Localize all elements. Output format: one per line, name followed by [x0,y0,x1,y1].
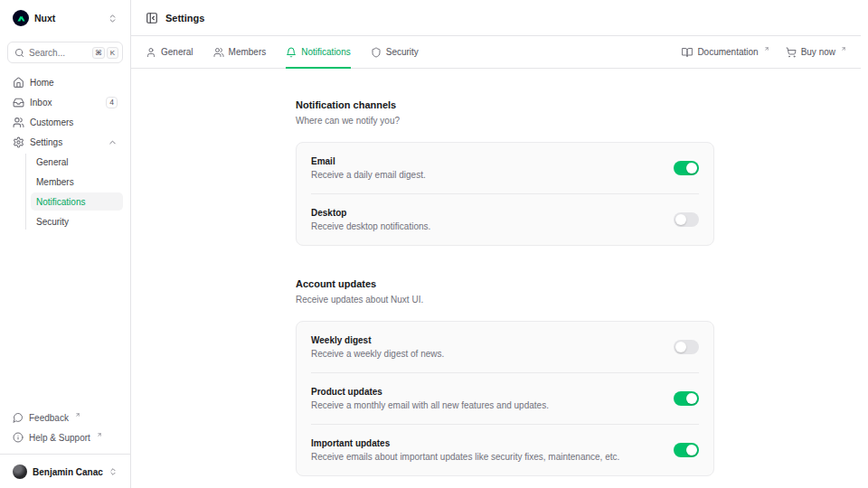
tab-general[interactable]: General [146,36,193,68]
section-title: Notification channels [296,99,714,110]
toggle-knob [675,214,686,225]
tab-label: Security [386,47,419,57]
tab-members[interactable]: Members [213,36,267,68]
toggle-knob [686,445,697,455]
users-icon [213,47,224,58]
settings-card: Weekly digest Receive a weekly digest of… [296,321,714,476]
buy-now-link[interactable]: Buy now [786,46,846,58]
toggle-knob [686,393,697,404]
search-input[interactable]: Search... ⌘ K [7,42,123,63]
section-title: Account updates [296,278,714,289]
search-icon [14,48,24,58]
sidebar-item-label: Members [36,177,74,187]
sidebar-item-label: Customers [30,117,73,127]
setting-row-email: Email Receive a daily email digest. [311,143,699,193]
sidebar-item-inbox[interactable]: Inbox 4 [7,93,123,111]
chevrons-up-down-icon [108,467,118,476]
product-updates-toggle[interactable] [674,391,699,406]
user-menu[interactable]: Benjamin Canac [7,457,123,486]
setting-row-important-updates: Important updates Receive emails about i… [311,424,699,475]
section-subtitle: Where can we notify you? [296,116,714,126]
tab-label: Notifications [301,47,350,57]
setting-title: Important updates [311,438,656,448]
user-icon [146,47,156,58]
important-updates-toggle[interactable] [674,443,699,457]
section-subtitle: Receive updates about Nuxt UI. [296,295,714,305]
sidebar-item-settings[interactable]: Settings [7,133,123,151]
setting-title: Product updates [311,387,656,397]
chevrons-up-down-icon[interactable] [108,14,118,23]
bell-icon [286,47,297,58]
setting-description: Receive a weekly digest of news. [311,349,656,359]
sidebar-footer: Feedback Help & Support [7,408,123,448]
section-notification-channels: Notification channels Where can we notif… [296,99,714,246]
nuxt-logo-icon [13,10,29,26]
arrow-up-right-icon [764,46,769,52]
setting-description: Receive desktop notifications. [311,221,656,231]
arrow-up-right-icon [841,46,846,52]
documentation-link[interactable]: Documentation [682,46,769,58]
setting-row-desktop: Desktop Receive desktop notifications. [311,193,699,245]
sidebar-item-label: Help & Support [29,433,90,443]
sidebar-item-general[interactable]: General [31,153,123,171]
message-circle-icon [13,412,24,423]
settings-card: Email Receive a daily email digest. Desk… [296,142,714,246]
workspace-switcher[interactable]: Nuxt [13,10,55,26]
inbox-count-badge: 4 [106,97,118,108]
link-label: Buy now [801,47,835,57]
workspace-name: Nuxt [34,13,55,23]
settings-subtree: General Members Notifications Security [7,153,123,230]
kbd-cmd: ⌘ [92,47,105,59]
app: Nuxt Search... ⌘ K Home [0,0,868,488]
toggle-knob [686,163,697,174]
sidebar-nav: Home Inbox 4 Customers Settings [7,73,123,232]
sidebar-item-label: Home [30,78,54,88]
sidebar-item-label: General [36,157,69,167]
arrow-up-right-icon [97,432,102,437]
gear-icon [13,136,24,148]
page-title: Settings [165,13,204,23]
email-toggle[interactable] [674,161,699,175]
setting-description: Receive a monthly email with all new fea… [311,400,656,410]
sidebar-item-help-support[interactable]: Help & Support [7,428,123,446]
sidebar-item-security[interactable]: Security [31,212,123,230]
info-circle-icon [13,432,24,443]
desktop-toggle[interactable] [674,212,699,227]
sidebar-item-members[interactable]: Members [31,173,123,191]
tab-notifications[interactable]: Notifications [286,36,350,68]
header-links: Documentation Buy now [682,46,846,58]
arrow-up-right-icon [75,412,80,418]
settings-content: Notification channels Where can we notif… [131,69,861,488]
sidebar-item-customers[interactable]: Customers [7,113,123,131]
panel-left-close-icon[interactable] [146,12,158,24]
avatar [13,465,27,479]
sidebar-item-label: Settings [30,137,62,147]
inbox-icon [13,97,24,108]
user-name: Benjamin Canac [33,467,103,477]
shopping-cart-icon [786,47,797,58]
tab-label: Members [229,47,267,57]
tab-label: General [161,47,193,57]
sidebar-item-notifications[interactable]: Notifications [31,192,123,211]
setting-row-product-updates: Product updates Receive a monthly email … [311,372,699,424]
sidebar-item-label: Feedback [29,413,69,423]
setting-row-weekly-digest: Weekly digest Receive a weekly digest of… [311,322,699,372]
tabbar: General Members Notifications Security [131,36,861,69]
weekly-digest-toggle[interactable] [674,340,699,354]
setting-description: Receive emails about important updates l… [311,452,656,462]
link-label: Documentation [697,47,758,57]
workspace-header: Nuxt [7,0,123,36]
sidebar-spacer [7,232,123,408]
sidebar-divider [0,454,130,455]
book-open-icon [682,47,693,58]
setting-title: Email [311,156,656,166]
section-account-updates: Account updates Receive updates about Nu… [296,278,714,476]
setting-title: Weekly digest [311,335,656,345]
sidebar-item-feedback[interactable]: Feedback [7,408,123,427]
chevron-up-icon [108,137,118,147]
sidebar-item-home[interactable]: Home [7,73,123,91]
home-icon [13,77,24,89]
shield-icon [371,47,382,58]
tab-security[interactable]: Security [371,36,419,68]
kbd-k: K [107,47,118,59]
